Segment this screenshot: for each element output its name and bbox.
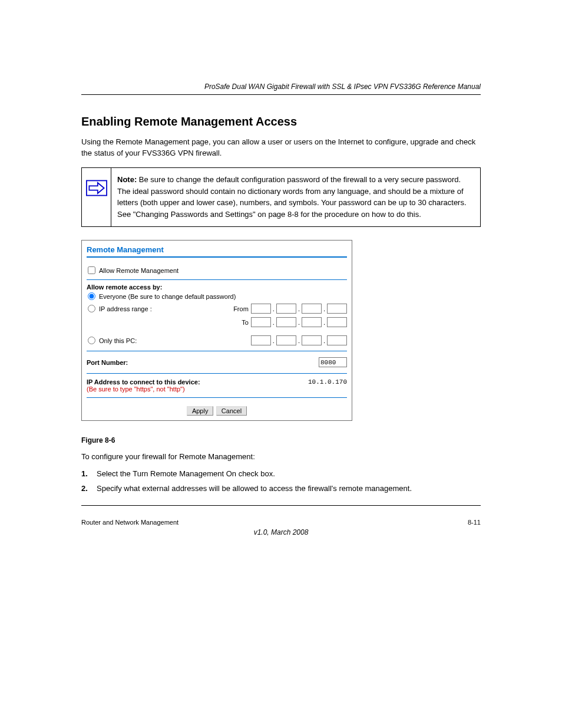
to-ip-4[interactable] [327, 317, 347, 327]
figure-caption: Figure 8-6 [81, 436, 481, 444]
cancel-button[interactable]: Cancel [216, 406, 247, 416]
from-ip-3[interactable] [302, 304, 322, 314]
note-link: "Changing Passwords and Settings" on pag… [133, 210, 299, 219]
step-1: 1. Select the Turn Remote Management On … [81, 469, 481, 480]
step-1-text: Select the Turn Remote Management On che… [97, 469, 275, 480]
radio-iprange[interactable] [88, 305, 95, 312]
to-label: To [229, 319, 249, 326]
radio-iprange-label: IP address range : [99, 305, 152, 312]
panel-rule-2 [87, 351, 347, 351]
doc-header-right: ProSafe Dual WAN Gigabit Firewall with S… [81, 83, 481, 91]
onlypc-ip-2[interactable] [276, 335, 296, 345]
port-number-label: Port Number: [87, 359, 128, 366]
panel-rule-3 [87, 373, 347, 374]
radio-everyone-label: Everyone (Be sure to change default pass… [99, 293, 236, 300]
note-box: Note: Be sure to change the default conf… [81, 167, 481, 227]
from-ip-1[interactable] [251, 304, 271, 314]
footer-left: Router and Network Management [81, 519, 178, 526]
step-2: 2. Specify what external addresses will … [81, 483, 481, 495]
apply-button[interactable]: Apply [187, 406, 214, 416]
config-intro: To configure your firewall for Remote Ma… [81, 452, 481, 463]
steps-list: 1. Select the Turn Remote Management On … [81, 469, 481, 495]
connect-addr-label: IP Address to connect to this device: [87, 378, 200, 386]
radio-onlypc-label: Only this PC: [99, 337, 137, 344]
note-text-b: for the procedure on how to do this. [299, 210, 421, 219]
intro-paragraph: Using the Remote Management page, you ca… [81, 137, 481, 159]
arrow-right-icon [86, 180, 107, 196]
from-label: From [229, 305, 249, 312]
footer-right: 8-11 [468, 519, 481, 526]
from-ip-2[interactable] [276, 304, 296, 314]
allow-remote-label: Allow Remote Management [99, 267, 178, 274]
step-2-num: 2. [81, 483, 97, 495]
onlypc-ip-4[interactable] [327, 335, 347, 345]
panel-rule-4 [87, 397, 347, 398]
allow-by-subhead: Allow remote access by: [87, 284, 347, 291]
allow-remote-checkbox[interactable] [88, 266, 95, 274]
step-1-num: 1. [81, 469, 97, 480]
footer-rev: v1.0, March 2008 [81, 528, 481, 536]
note-label: Note: [117, 175, 137, 184]
section-heading: Enabling Remote Management Access [81, 115, 481, 129]
connect-addr-ip: 10.1.0.170 [308, 378, 347, 386]
radio-onlypc[interactable] [88, 337, 95, 344]
port-number-input[interactable] [319, 357, 347, 367]
onlypc-ip-3[interactable] [302, 335, 322, 345]
note-icon-cell [82, 167, 111, 226]
radio-everyone[interactable] [88, 292, 95, 300]
note-body-cell: Note: Be sure to change the default conf… [111, 167, 481, 226]
remote-management-panel: Remote Management Allow Remote Managemen… [81, 240, 352, 421]
to-ip-2[interactable] [276, 317, 296, 327]
top-rule [81, 94, 481, 95]
panel-rule-1 [87, 279, 347, 280]
from-ip-4[interactable] [327, 304, 347, 314]
panel-title: Remote Management [87, 244, 347, 256]
panel-title-rule [87, 256, 347, 258]
step-2-text: Specify what external addresses will be … [97, 483, 412, 495]
to-ip-3[interactable] [302, 317, 322, 327]
connect-addr-hint: (Be sure to type "https", not "http") [87, 386, 200, 393]
svg-marker-1 [89, 183, 104, 193]
bottom-rule [81, 505, 481, 506]
to-ip-1[interactable] [251, 317, 271, 327]
onlypc-ip-1[interactable] [251, 335, 271, 345]
